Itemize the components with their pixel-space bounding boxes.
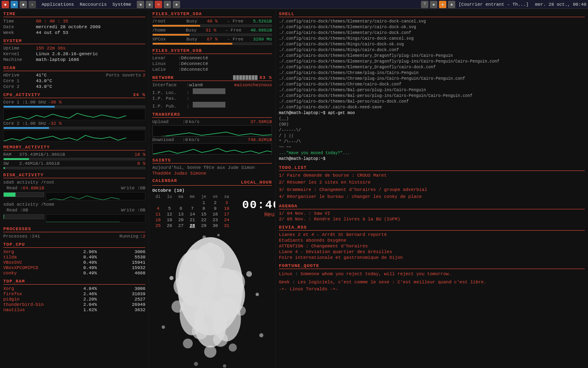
shell-line: ~~ ~~ [279, 145, 585, 150]
core2-cpu-dash: - [48, 121, 51, 126]
system-header: SYSTEM [3, 38, 145, 44]
shell-line: ./.config/cairo-dock/.cairo-dock-need-sa… [279, 105, 585, 110]
svg-point-22 [203, 236, 206, 239]
top-cpu-header: TOP_CPU [3, 242, 145, 248]
tb-icon-d[interactable]: ◆ [164, 1, 171, 8]
todo-item: 4/ Réorganiser le bureau : changer les c… [279, 194, 585, 200]
app-icon-4[interactable]: ✦ [29, 1, 36, 8]
cal-day-name: di [152, 195, 164, 199]
sw-row: SW 2.46MiB / 1.86GiB 0 % [3, 161, 145, 166]
shell-line: (OO) [279, 122, 585, 128]
running-count: 2 [143, 234, 145, 239]
core1-cpu-row: Core 1 : 1.00 GHz - 36 % [3, 100, 145, 105]
menu-applications[interactable]: Applications [39, 1, 76, 8]
rss-item: ATTENTION : Changement d'horaires [279, 244, 585, 249]
core2-freq-label: Core 2 : [3, 121, 25, 126]
sw-fill [4, 167, 5, 169]
network-pct-block: ████████ 83 % [233, 75, 272, 80]
sda6-rw-row: Read : 0B Write : 0B [3, 208, 145, 213]
cpu-header-label: CPU_ACTIVITY [3, 92, 40, 97]
fs-free-label: - Free [225, 28, 242, 33]
machine-row: Machine math-laptop i686 [3, 57, 145, 62]
top-ram-item: nautilus1.62%3632 [3, 307, 145, 312]
shell-line: /------\/ [279, 128, 585, 133]
svg-point-15 [236, 306, 246, 316]
time-value: 00 : 40 : 35 [36, 19, 68, 24]
network-header-label: NETWORK [152, 75, 174, 80]
top-cpu-item: tilda0.49%5530 [3, 255, 145, 260]
proc-ram-pct: 1.62% [76, 307, 97, 312]
sw-bar [3, 167, 145, 169]
download-graph-svg [153, 144, 272, 154]
top-cpu-item: Xorg2.96%3006 [3, 249, 145, 254]
top-cpu-list: Xorg2.96%3006tilda0.49%5530VBoxSVC0.49%1… [3, 249, 145, 276]
core2-row: Core 2 43.0°C [3, 84, 145, 89]
proc-ram-name: nautilus [3, 307, 44, 312]
agenda-header: AGENDA [279, 204, 585, 209]
ram-fill [4, 158, 29, 160]
uptime-row: Uptime 15h 22m 36s [3, 46, 145, 51]
fortune-subject: Linux [279, 272, 292, 276]
tb-icon-h[interactable]: ◆ [439, 1, 446, 8]
shell-line: ./.config/cairo-dock/themes/Bal-perso/ca… [279, 99, 585, 105]
shell-line: ..."Have you mooed today?"... [279, 150, 585, 156]
cpu-header: CPU_ACTIVITY 34 % [3, 92, 145, 98]
fs-sda-list: /root Busy 40 % - Free 5.52GiB /home Bus… [152, 19, 272, 45]
ram-label: RAM [3, 152, 18, 157]
topbar-menu: Applications Raccourcis Système [39, 1, 134, 8]
usb-val: Déconnecté [181, 56, 208, 61]
tb-icon-a[interactable]: ◆ [137, 1, 144, 8]
system-time: mer. 28 oct., 00:40 [535, 2, 586, 7]
proc-cpu-pct: 0.49% [76, 265, 97, 270]
fs-pct: 31 % [205, 28, 216, 33]
tb-icon-i[interactable]: ◆ [448, 1, 455, 8]
ram-total: 1.96GiB [46, 152, 65, 157]
time-row: Time 00 : 40 : 35 [3, 19, 145, 24]
kernel-value: Linux 2.6.28-16-generic [36, 52, 98, 56]
tb-icon-f[interactable]: ? [421, 1, 428, 8]
fs-free: 3289 Mo [253, 37, 272, 42]
col-right: SHELL ./.config/cairo-dock/themes/Elemen… [276, 9, 588, 368]
app-icon-3[interactable]: ◆ [20, 1, 27, 8]
sda5-bars [3, 191, 145, 201]
svg-point-25 [223, 364, 226, 368]
sda5-read-label: Read : [7, 186, 23, 191]
shell-header: SHELL [279, 11, 585, 17]
tb-icon-c[interactable]: ✕ [155, 1, 162, 8]
core1-cpu-pct: 36 % [51, 100, 61, 105]
tb-icon-e[interactable]: ◆ [173, 1, 180, 8]
top-ram-header: TOP_RAM [3, 279, 145, 285]
proc-cpu-pid: 15941 [129, 260, 145, 265]
tb-icon-g[interactable]: ◆ [430, 1, 437, 8]
fs-usb-item: LaCie: Déconnecté [152, 67, 272, 72]
tb-icon-b[interactable]: ◆ [146, 1, 153, 8]
svg-point-6 [174, 276, 194, 296]
processes-label: Processes [3, 234, 27, 239]
todo-header: TODO_LIST [279, 165, 585, 171]
app-icon-2[interactable]: ◆ [11, 1, 18, 8]
menu-raccourcis[interactable]: Raccourcis [77, 1, 109, 8]
proc-cpu-name: tilda [3, 255, 44, 260]
hdrive-label: HDrive [3, 73, 36, 78]
fs-free: 48.68GiB [250, 28, 272, 33]
fs-sda-item: /root Busy 40 % - Free 5.52GiB [152, 19, 272, 27]
svg-point-11 [204, 346, 216, 358]
sda6-read-val: 0B [23, 208, 28, 213]
core1-cpu-dash: - [48, 100, 51, 105]
hdrive-value: 41°C [36, 73, 47, 78]
proc-ram-pct: 2.46% [76, 292, 97, 296]
cal-day-name: ve [209, 195, 221, 199]
sda5-write-val: 0B [140, 186, 145, 191]
cal-month: Octobre (10) [152, 188, 185, 193]
fs-mount: XPCox [152, 37, 177, 42]
topbar: ◆ ◆ ◆ ✦ Applications Raccourcis Système … [0, 0, 588, 9]
app-icon-1[interactable]: ◆ [2, 1, 9, 8]
cal-day-name: je [198, 195, 209, 199]
core1-freq-val: 1.00 GHz [25, 100, 47, 105]
scan-header: SCAN [3, 65, 145, 71]
menu-systeme[interactable]: Système [110, 1, 134, 8]
kernel-row: Kernel Linux 2.6.28-16-generic [3, 52, 145, 56]
shell-line: ./.config/cairo-dock/themes/Bal-perso/pl… [279, 93, 585, 99]
proc-ram-pid: 3632 [129, 307, 145, 312]
sda6-sparkline-svg [46, 215, 145, 222]
